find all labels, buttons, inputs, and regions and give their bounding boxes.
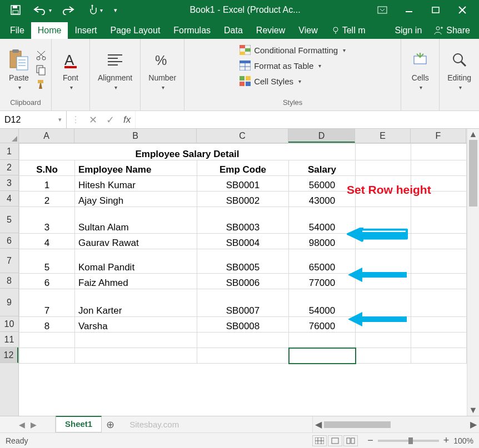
cell[interactable]: [411, 176, 467, 192]
maximize-button[interactable]: [422, 0, 449, 20]
enter-fx-icon[interactable]: ✓: [106, 114, 114, 126]
cancel-fx-icon[interactable]: ✕: [89, 114, 97, 126]
row-header-9[interactable]: 9: [0, 289, 18, 316]
zoom-out-button[interactable]: −: [367, 435, 373, 446]
tab-data[interactable]: Data: [217, 22, 250, 39]
col-header-F[interactable]: F: [411, 129, 466, 143]
normal-view-button[interactable]: [312, 435, 327, 446]
cell[interactable]: 7: [19, 289, 75, 317]
tab-file[interactable]: File: [3, 22, 31, 39]
vertical-scrollbar[interactable]: ▲ ▼: [467, 129, 479, 416]
prev-sheet-icon[interactable]: ◀: [19, 420, 25, 429]
close-button[interactable]: [449, 0, 476, 20]
scroll-right-icon[interactable]: ▶: [468, 416, 479, 432]
cell[interactable]: 6: [19, 274, 75, 289]
cell[interactable]: [411, 348, 467, 364]
cell[interactable]: SB0004: [197, 234, 289, 249]
cell[interactable]: SB0001: [197, 176, 289, 192]
horizontal-scrollbar[interactable]: ◀ ▶: [312, 416, 479, 432]
add-sheet-button[interactable]: ⊕: [102, 416, 118, 432]
cell[interactable]: [411, 207, 467, 234]
editing-button[interactable]: Editing▾: [444, 47, 475, 93]
name-box[interactable]: D12 ▾: [0, 111, 67, 128]
cell[interactable]: SB0008: [197, 317, 289, 333]
row-header-10[interactable]: 10: [0, 316, 18, 332]
cell[interactable]: [411, 234, 467, 249]
cell[interactable]: Ajay Singh: [75, 192, 197, 207]
cell[interactable]: [356, 234, 411, 249]
number-button[interactable]: % Number▾: [145, 47, 179, 93]
cell[interactable]: 43000: [289, 192, 356, 207]
cell[interactable]: 56000: [289, 176, 356, 192]
fx-icon[interactable]: fx: [123, 114, 131, 125]
sheet-tab[interactable]: Sheet1: [56, 416, 102, 432]
col-header-C[interactable]: C: [197, 129, 288, 143]
cell[interactable]: 3: [19, 207, 75, 234]
tab-page-layout[interactable]: Page Layout: [103, 22, 167, 39]
cell[interactable]: 65000: [289, 249, 356, 274]
cell-styles-button[interactable]: Cell Styles▾: [237, 74, 303, 88]
scroll-down-icon[interactable]: ▼: [467, 405, 479, 416]
cell[interactable]: [411, 317, 467, 333]
alignment-button[interactable]: Alignment▾: [94, 47, 136, 93]
cell[interactable]: Salary: [289, 160, 356, 176]
cell[interactable]: Komal Pandit: [75, 249, 197, 274]
page-layout-view-button[interactable]: [328, 435, 342, 446]
formula-input[interactable]: [136, 111, 479, 128]
cut-button[interactable]: [36, 50, 47, 61]
format-as-table-button[interactable]: Format as Table▾: [237, 59, 323, 72]
cell[interactable]: [411, 249, 467, 274]
cell[interactable]: SB0003: [197, 207, 289, 234]
next-sheet-icon[interactable]: ▶: [31, 420, 37, 429]
cell[interactable]: Varsha: [75, 317, 197, 333]
cell[interactable]: [197, 348, 289, 364]
row-header-7[interactable]: 7: [0, 249, 18, 273]
cell[interactable]: Faiz Ahmed: [75, 274, 197, 289]
tab-home[interactable]: Home: [31, 22, 68, 39]
zoom-slider[interactable]: [378, 440, 439, 442]
cell[interactable]: [411, 144, 467, 160]
cell[interactable]: [411, 289, 467, 317]
col-header-D[interactable]: D: [288, 129, 355, 143]
cell[interactable]: Employee Salary Detail: [19, 144, 356, 160]
save-icon[interactable]: [3, 0, 28, 20]
cell[interactable]: [75, 333, 197, 348]
scroll-left-icon[interactable]: ◀: [313, 416, 324, 432]
cell[interactable]: 4: [19, 234, 75, 249]
row-header-3[interactable]: 3: [0, 175, 18, 191]
minimize-button[interactable]: [396, 0, 422, 20]
touch-mode-button[interactable]: ▾: [83, 0, 108, 20]
share-button[interactable]: Share: [427, 22, 476, 39]
cell[interactable]: [356, 207, 411, 234]
tab-review[interactable]: Review: [250, 22, 292, 39]
cell[interactable]: 54000: [289, 207, 356, 234]
cell[interactable]: 77000: [289, 274, 356, 289]
cell[interactable]: 8: [19, 317, 75, 333]
cell[interactable]: Emp Code: [197, 160, 289, 176]
cell[interactable]: [356, 192, 411, 207]
cell[interactable]: Gaurav Rawat: [75, 234, 197, 249]
cell[interactable]: SB0002: [197, 192, 289, 207]
select-all-corner[interactable]: [0, 129, 19, 143]
cell[interactable]: [289, 348, 356, 364]
cell[interactable]: 2: [19, 192, 75, 207]
zoom-in-button[interactable]: +: [443, 435, 450, 446]
cell[interactable]: [19, 348, 75, 364]
cell[interactable]: 76000: [289, 317, 356, 333]
conditional-formatting-button[interactable]: Conditional Formatting▾: [237, 43, 348, 57]
redo-button[interactable]: [57, 0, 81, 20]
cell[interactable]: [356, 249, 411, 274]
cell[interactable]: Sultan Alam: [75, 207, 197, 234]
cell[interactable]: [19, 333, 75, 348]
signin-button[interactable]: Sign in: [389, 22, 427, 39]
cell[interactable]: 98000: [289, 234, 356, 249]
cell[interactable]: S.No: [19, 160, 75, 176]
tab-view[interactable]: View: [292, 22, 324, 39]
cell[interactable]: [411, 160, 467, 176]
cell[interactable]: 54000: [289, 289, 356, 317]
zoom-level[interactable]: 100%: [453, 436, 473, 445]
cell[interactable]: [356, 144, 411, 160]
cell[interactable]: [289, 333, 356, 348]
copy-button[interactable]: [36, 64, 47, 75]
cell[interactable]: [356, 333, 411, 348]
